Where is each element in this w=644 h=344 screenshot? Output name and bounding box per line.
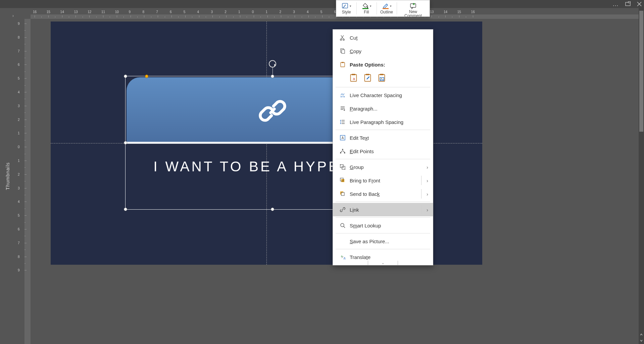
svg-rect-35: [341, 192, 344, 196]
mini-style-button[interactable]: ▾ Style: [336, 0, 356, 16]
mini-new-comment-button[interactable]: New Comment: [397, 0, 430, 16]
vertical-scrollbar[interactable]: [639, 8, 644, 344]
group-icon: [340, 164, 346, 170]
svg-text:a: a: [353, 77, 355, 81]
svg-rect-25: [340, 153, 341, 154]
thumbnails-expand-icon: ›: [12, 13, 14, 18]
ctx-expand-button[interactable]: ⌄: [368, 261, 398, 265]
ribbon-display-button[interactable]: [625, 1, 631, 7]
svg-rect-32: [341, 179, 344, 182]
mini-outline-button[interactable]: ▾ Outline: [377, 0, 397, 16]
svg-rect-11: [341, 62, 345, 67]
svg-rect-12: [342, 62, 344, 63]
ctx-group[interactable]: Group ›: [333, 160, 433, 174]
mini-fill-label: Fill: [364, 10, 369, 14]
svg-text:AV: AV: [341, 93, 344, 96]
horizontal-ruler[interactable]: 1615141312111098765432101234567891011121…: [31, 8, 639, 19]
svg-rect-4: [362, 8, 368, 9]
separator: [336, 249, 430, 249]
ctx-edit-points[interactable]: Edit Points: [333, 144, 433, 158]
svg-point-3: [367, 7, 368, 8]
svg-rect-30: [340, 164, 341, 165]
close-button[interactable]: [637, 1, 642, 7]
svg-text:A: A: [342, 136, 344, 140]
svg-rect-27: [344, 153, 345, 154]
svg-text:あ: あ: [343, 257, 346, 260]
para-spacing-icon: [340, 119, 346, 125]
mini-newcomment-l1: New: [404, 10, 422, 14]
ctx-copy[interactable]: Copy: [333, 44, 433, 58]
thumbnails-label: Thumbnails: [5, 162, 10, 190]
edit-text-icon: A: [340, 135, 346, 141]
more-options-button[interactable]: …: [612, 1, 619, 8]
ctx-link[interactable]: Link ›: [333, 203, 433, 216]
paste-use-theme-button[interactable]: a: [350, 73, 359, 83]
cut-icon: [340, 35, 346, 41]
bring-front-icon: [340, 177, 346, 183]
smart-lookup-icon: [340, 222, 346, 228]
context-menu: Cut Copy Paste Options: a AV Live Charac…: [333, 29, 433, 265]
scroll-down-arrow[interactable]: [639, 338, 644, 343]
svg-rect-10: [342, 50, 345, 53]
handle-nw[interactable]: [124, 75, 127, 78]
svg-rect-1: [628, 2, 631, 3]
rotation-handle[interactable]: [269, 60, 276, 68]
edit-points-icon: [340, 148, 346, 154]
ctx-smart-lookup[interactable]: Smart Lookup: [333, 219, 433, 232]
mini-toolbar: ▾ Style ▾ Fill ▾ Outline New Comment: [336, 0, 430, 17]
vertical-ruler[interactable]: 9876543210123456789: [15, 19, 31, 344]
separator: [336, 130, 430, 130]
ctx-paragraph[interactable]: Paragraph...: [333, 102, 433, 115]
separator: [336, 87, 430, 87]
paste-icon: [340, 61, 346, 68]
svg-rect-14: [352, 74, 355, 75]
link-icon: [340, 207, 346, 213]
scrollbar-thumb[interactable]: [639, 11, 643, 132]
separator: [336, 233, 430, 233]
svg-rect-19: [380, 74, 383, 75]
title-bar: …: [0, 0, 644, 8]
ctx-paste-options-heading: Paste Options:: [333, 58, 433, 71]
ctx-live-para-spacing[interactable]: Live Paragraph Spacing: [333, 115, 433, 129]
paragraph-icon: [340, 105, 346, 112]
send-back-icon: [340, 191, 346, 197]
separator: [336, 202, 430, 202]
ctx-edit-text[interactable]: A Edit Text: [333, 131, 433, 144]
svg-rect-31: [345, 169, 345, 170]
separator: [336, 159, 430, 159]
copy-icon: [340, 48, 346, 54]
ctx-paste-options: a: [333, 71, 433, 86]
handle-n[interactable]: [271, 75, 274, 78]
char-spacing-icon: AV: [340, 92, 346, 98]
ruler-corner: [15, 8, 31, 19]
separator: [336, 217, 430, 218]
ctx-bring-to-front[interactable]: Bring to Front ›: [333, 174, 433, 187]
handle-sw[interactable]: [124, 208, 127, 211]
svg-rect-5: [383, 8, 389, 9]
handle-adjust[interactable]: [145, 75, 148, 78]
mini-newcomment-l2: Comment: [404, 14, 422, 16]
thumbnails-panel[interactable]: › Thumbnails: [0, 8, 15, 344]
scroll-up-arrow[interactable]: [639, 332, 644, 337]
paste-picture-button[interactable]: [378, 73, 387, 83]
mini-fill-button[interactable]: ▾ Fill: [356, 0, 377, 16]
mini-style-label: Style: [342, 10, 351, 14]
ctx-save-as-picture[interactable]: Save as Picture...: [333, 234, 433, 248]
handle-w[interactable]: [124, 141, 127, 144]
ctx-live-char-spacing[interactable]: AV Live Character Spacing: [333, 88, 433, 102]
ctx-cut[interactable]: Cut: [333, 31, 433, 44]
handle-s[interactable]: [271, 208, 274, 211]
svg-point-36: [341, 223, 344, 227]
svg-rect-17: [366, 74, 369, 75]
translate-icon: aあ: [340, 254, 346, 260]
mini-outline-label: Outline: [380, 10, 393, 14]
ctx-send-to-back[interactable]: Send to Back ›: [333, 187, 433, 201]
svg-rect-26: [342, 149, 343, 150]
paste-keep-format-button[interactable]: [364, 73, 373, 83]
